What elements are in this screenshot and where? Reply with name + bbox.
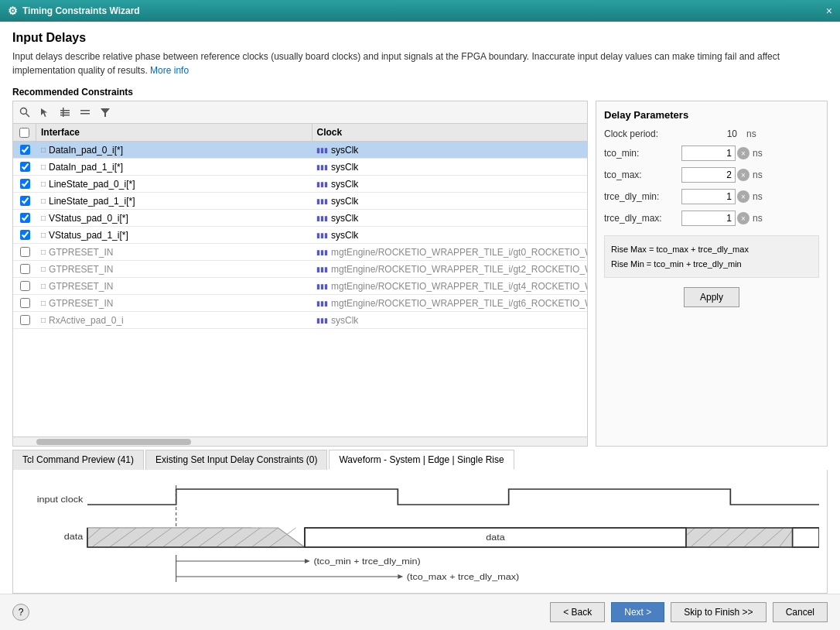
tco-min-row: tco_min: × ns <box>604 146 819 161</box>
tab-1[interactable]: Existing Set Input Delay Constraints (0) <box>145 450 327 470</box>
row-checkbox[interactable] <box>20 196 30 206</box>
row-check-cell <box>13 245 36 259</box>
next-button[interactable]: Next > <box>611 602 664 622</box>
row-interface-cell: □ GTPRESET_IN <box>36 279 312 293</box>
interface-icon: □ <box>41 299 46 307</box>
clock-period-unit: ns <box>746 128 756 139</box>
skip-to-finish-button[interactable]: Skip to Finish >> <box>671 602 766 622</box>
row-clock-cell: ▮▮▮ sysClk <box>312 211 587 225</box>
table-row[interactable]: □ VStatus_pad_0_i[*] ▮▮▮ sysClk <box>13 210 587 227</box>
trce-dly-max-row: trce_dly_max: × ns <box>604 211 819 226</box>
row-clock-cell: ▮▮▮ sysClk <box>312 143 587 157</box>
trce-dly-max-label: trce_dly_max: <box>604 213 681 224</box>
tab-2[interactable]: Waveform - System | Edge | Single Rise <box>329 450 514 470</box>
row-interface-cell: □ DataIn_pad_0_i[*] <box>36 143 312 157</box>
table-row[interactable]: □ GTPRESET_IN ▮▮▮ mgtEngine/ROCKETIO_WRA… <box>13 278 587 295</box>
row-checkbox[interactable] <box>20 179 30 189</box>
svg-rect-7 <box>80 113 90 115</box>
trce-dly-min-input[interactable] <box>681 189 736 204</box>
select-all-checkbox[interactable] <box>19 128 29 138</box>
search-button[interactable] <box>15 104 34 121</box>
clock-waveform <box>87 489 819 505</box>
clock-name: sysClk <box>331 145 358 156</box>
trce-dly-min-label: trce_dly_min: <box>604 191 681 202</box>
table-row[interactable]: □ GTPRESET_IN ▮▮▮ mgtEngine/ROCKETIO_WRA… <box>13 295 587 312</box>
row-checkbox[interactable] <box>20 247 30 257</box>
table-row[interactable]: □ RxActive_pad_0_i ▮▮▮ sysClk <box>13 312 587 329</box>
row-checkbox[interactable] <box>20 315 30 325</box>
table-row[interactable]: □ LineState_pad_1_i[*] ▮▮▮ sysClk <box>13 193 587 210</box>
input-clock-label: input clock <box>37 495 84 505</box>
interface-name: GTPRESET_IN <box>49 264 113 275</box>
data-text: data <box>486 532 505 543</box>
table-row[interactable]: □ GTPRESET_IN ▮▮▮ mgtEngine/ROCKETIO_WRA… <box>13 261 587 278</box>
table-row[interactable]: □ LineState_pad_0_i[*] ▮▮▮ sysClk <box>13 176 587 193</box>
interface-name: VStatus_pad_1_i[*] <box>49 230 128 241</box>
more-info-link[interactable]: More info <box>150 65 189 76</box>
clock-icon: ▮▮▮ <box>316 146 328 154</box>
row-checkbox[interactable] <box>20 264 30 274</box>
collapse-button[interactable] <box>76 104 94 121</box>
clock-name: sysClk <box>331 230 358 241</box>
interface-icon: □ <box>41 197 46 205</box>
tco-min-clear[interactable]: × <box>737 147 750 159</box>
cancel-button[interactable]: Cancel <box>773 602 828 622</box>
clock-name: sysClk <box>331 213 358 224</box>
clock-icon: ▮▮▮ <box>316 300 328 307</box>
row-clock-cell: ▮▮▮ mgtEngine/ROCKETIO_WRAPPER_TILE_i/gt… <box>312 279 587 293</box>
clock-name: mgtEngine/ROCKETIO_WRAPPER_TILE_i/gt0_RO… <box>331 247 587 258</box>
apply-button[interactable]: Apply <box>684 287 739 307</box>
row-checkbox[interactable] <box>20 298 30 308</box>
row-clock-cell: ▮▮▮ mgtEngine/ROCKETIO_WRAPPER_TILE_i/gt… <box>312 262 587 276</box>
expand-button[interactable] <box>56 104 74 121</box>
table-panel: Interface Clock □ DataIn_pad_0_i[*] ▮▮▮ … <box>12 101 588 447</box>
trce-dly-min-clear[interactable]: × <box>737 190 750 203</box>
tco-min-input[interactable] <box>681 146 736 161</box>
row-checkbox[interactable] <box>20 281 30 291</box>
table-row[interactable]: □ DataIn_pad_1_i[*] ▮▮▮ sysClk <box>13 159 587 176</box>
svg-rect-6 <box>80 110 90 111</box>
cursor-button[interactable] <box>36 104 54 121</box>
table-row[interactable]: □ DataIn_pad_0_i[*] ▮▮▮ sysClk <box>13 142 587 159</box>
row-checkbox[interactable] <box>20 145 30 155</box>
interface-icon: □ <box>41 214 46 222</box>
clock-name: mgtEngine/ROCKETIO_WRAPPER_TILE_i/gt6_RO… <box>331 298 587 309</box>
svg-rect-5 <box>63 108 64 117</box>
wizard-icon: ⚙ <box>8 5 18 17</box>
expand-icon <box>60 107 70 118</box>
filter-icon <box>100 107 111 118</box>
scrollbar-thumb[interactable] <box>36 439 191 445</box>
row-checkbox[interactable] <box>20 213 30 223</box>
clock-icon: ▮▮▮ <box>316 248 328 256</box>
row-check-cell <box>13 194 36 207</box>
annotation-arrowhead-2 <box>398 574 403 579</box>
tab-0[interactable]: Tcl Command Preview (41) <box>12 450 144 470</box>
interface-icon: □ <box>41 163 46 171</box>
title-bar: ⚙ Timing Constraints Wizard × <box>0 0 840 22</box>
content-area: Interface Clock □ DataIn_pad_0_i[*] ▮▮▮ … <box>0 101 840 447</box>
trce-dly-max-input-wrap: × ns <box>681 211 819 226</box>
table-row[interactable]: □ GTPRESET_IN ▮▮▮ mgtEngine/ROCKETIO_WRA… <box>13 244 587 261</box>
row-checkbox[interactable] <box>20 162 30 172</box>
row-interface-cell: □ GTPRESET_IN <box>36 245 312 259</box>
tco-max-input-wrap: × ns <box>681 167 819 183</box>
table-row[interactable]: □ VStatus_pad_1_i[*] ▮▮▮ sysClk <box>13 227 587 244</box>
clock-icon: ▮▮▮ <box>316 282 328 290</box>
back-button[interactable]: < Back <box>550 602 605 622</box>
tco-max-clear[interactable]: × <box>737 169 750 181</box>
filter-button[interactable] <box>96 104 114 121</box>
tco-min-input-wrap: × ns <box>681 146 819 161</box>
data-label: data <box>64 532 84 542</box>
row-interface-cell: □ LineState_pad_0_i[*] <box>36 177 312 191</box>
tco-max-input[interactable] <box>681 167 736 183</box>
waveform-area: input clock data <box>12 470 828 594</box>
table-header: Interface Clock <box>13 124 587 142</box>
tabs-area: Tcl Command Preview (41)Existing Set Inp… <box>0 447 840 470</box>
close-button[interactable]: × <box>826 5 832 17</box>
trce-dly-max-input[interactable] <box>681 211 736 226</box>
row-checkbox[interactable] <box>20 230 30 240</box>
page-header: Input Delays Input delays describe relat… <box>0 22 840 84</box>
trce-dly-max-clear[interactable]: × <box>737 212 750 224</box>
help-button[interactable]: ? <box>12 604 29 621</box>
horizontal-scrollbar[interactable] <box>13 437 587 446</box>
